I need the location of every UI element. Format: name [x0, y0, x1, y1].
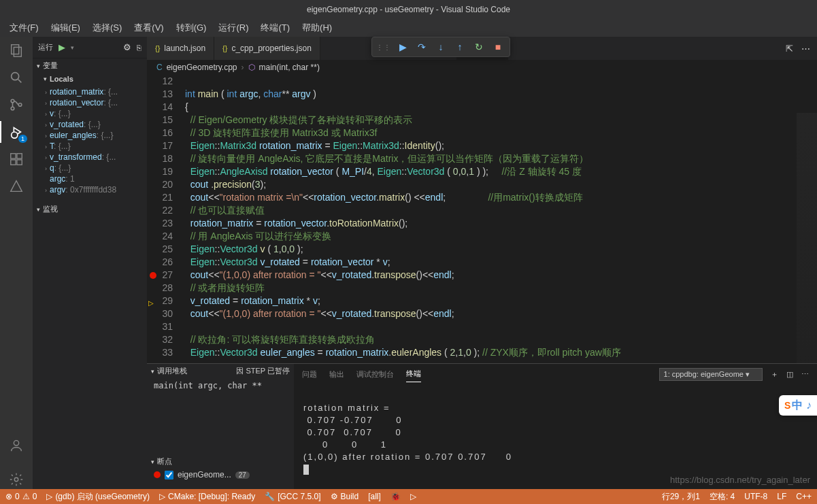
extensions-icon[interactable]	[7, 150, 26, 169]
new-terminal-icon[interactable]: ＋	[771, 369, 778, 380]
debug-toolbar[interactable]: ⋮⋮ ▶ ↷ ↓ ↑ ↻ ■	[371, 37, 510, 57]
watermark: https://blog.csdn.net/try_again_later	[670, 475, 810, 485]
status-cmake[interactable]: ▷ CMake: [Debug]: Ready	[159, 492, 255, 501]
menu-edit[interactable]: 编辑(E)	[46, 20, 86, 35]
menu-bar: 文件(F) 编辑(E) 选择(S) 查看(V) 转到(G) 运行(R) 终端(T…	[0, 19, 817, 37]
config-dropdown-icon[interactable]: ▾	[71, 44, 74, 51]
terminal-selector[interactable]: 1: cppdbg: eigenGeome ▾	[659, 368, 763, 381]
minimap[interactable]	[797, 113, 817, 363]
tab-cpp-properties[interactable]: {}c_cpp_properties.json	[214, 37, 320, 60]
drag-handle-icon[interactable]: ⋮⋮	[376, 44, 391, 51]
step-out-button[interactable]: ↑	[452, 39, 467, 54]
search-icon[interactable]	[7, 68, 26, 87]
cmake-icon[interactable]	[7, 177, 26, 196]
var-row[interactable]: ›rotation_vector: {...	[45, 97, 147, 108]
panel-tabs: 问题 输出 调试控制台 终端 1: cppdbg: eigenGeome ▾ ＋…	[294, 364, 817, 384]
title-bar: eigenGeometry.cpp - useGeometry - Visual…	[0, 0, 817, 19]
svg-point-8	[12, 132, 18, 138]
more-panel-icon[interactable]: ⋯	[801, 370, 809, 379]
locals-section[interactable]: ▾Locals	[33, 73, 147, 85]
var-row[interactable]: ›v_transformed: {...	[45, 152, 147, 163]
step-over-button[interactable]: ↷	[414, 39, 429, 54]
editor-area: {}launch.json {}c_cpp_properties.json ⋮⋮…	[147, 37, 817, 489]
continue-button[interactable]: ▶	[395, 39, 410, 54]
status-lang[interactable]: C++	[796, 491, 812, 503]
status-bar: ⊗ 0 ⚠ 0 ▷ (gdb) 启动 (useGeometry) ▷ CMake…	[0, 489, 817, 504]
watch-section[interactable]: ▾监视	[33, 202, 147, 216]
status-spaces[interactable]: 空格: 4	[710, 491, 735, 503]
status-errors[interactable]: ⊗ 0 ⚠ 0	[5, 492, 37, 501]
start-debug-button[interactable]: ▶	[59, 42, 65, 52]
var-row[interactable]: ›rotation_matrix: {...	[45, 86, 147, 97]
menu-file[interactable]: 文件(F)	[4, 20, 44, 35]
menu-help[interactable]: 帮助(H)	[297, 20, 337, 35]
bottom-panel: ▾调用堆栈因 STEP 已暂停 main(int argc, char ** ▾…	[147, 363, 817, 489]
var-row[interactable]: ›argv: 0x7fffffffdd38	[45, 184, 147, 195]
menu-select[interactable]: 选择(S)	[87, 20, 127, 35]
gear-icon[interactable]: ⚙	[123, 42, 131, 52]
tab-launch-json[interactable]: {}launch.json	[147, 37, 214, 60]
account-icon[interactable]	[7, 436, 26, 455]
run-label: 运行	[38, 42, 53, 52]
status-eol[interactable]: LF	[777, 491, 786, 503]
restart-button[interactable]: ↻	[471, 39, 486, 54]
tab-output[interactable]: 输出	[329, 367, 344, 382]
terminal-output[interactable]: rotation matrix = 0.707 -0.707 0 0.707 0…	[294, 384, 817, 489]
menu-goto[interactable]: 转到(G)	[171, 20, 212, 35]
split-terminal-icon[interactable]: ◫	[786, 370, 793, 379]
breakpoint-row[interactable]: eigenGeome... 27	[147, 469, 294, 481]
source-control-icon[interactable]	[7, 95, 26, 114]
svg-marker-13	[11, 181, 22, 192]
callstack-section[interactable]: ▾调用堆栈因 STEP 已暂停	[147, 364, 294, 378]
var-row[interactable]: ›argc: 1	[45, 173, 147, 184]
breakpoint-marker[interactable]	[150, 272, 156, 279]
var-row[interactable]: ›v: {...}	[45, 108, 147, 119]
debug-console-icon[interactable]: ⎘	[137, 44, 141, 52]
svg-point-4	[11, 99, 14, 103]
menu-terminal[interactable]: 终端(T)	[255, 20, 295, 35]
status-run-icon[interactable]: ▷	[410, 492, 416, 501]
svg-line-3	[18, 80, 22, 83]
export-icon[interactable]: ⇱	[786, 44, 793, 54]
status-target[interactable]: [all]	[368, 492, 381, 501]
sogou-ime-badge[interactable]: S中 ♪	[779, 395, 817, 416]
settings-icon[interactable]	[7, 470, 26, 489]
stop-button[interactable]: ■	[490, 39, 505, 54]
status-build[interactable]: ⚙ Build	[331, 492, 359, 501]
menu-view[interactable]: 查看(V)	[129, 20, 169, 35]
debug-icon[interactable]: 1	[7, 122, 26, 141]
gutter[interactable]: ▷ 12131415161718192021222324252627282930…	[147, 75, 185, 363]
menu-run[interactable]: 运行(R)	[213, 20, 254, 35]
var-row[interactable]: ›v_rotated: {...}	[45, 119, 147, 130]
var-row[interactable]: ›T: {...}	[45, 141, 147, 152]
breakpoints-section[interactable]: ▾断点	[147, 454, 294, 469]
breakpoint-checkbox[interactable]	[165, 471, 173, 480]
tab-problems[interactable]: 问题	[302, 367, 317, 382]
var-row[interactable]: ›q: {...}	[45, 163, 147, 173]
tab-terminal[interactable]: 终端	[406, 366, 421, 382]
status-position[interactable]: 行29，列1	[662, 491, 700, 503]
current-line-icon: ▷	[148, 297, 154, 309]
step-into-button[interactable]: ↓	[433, 39, 448, 54]
var-row[interactable]: ›euler_angles: {...}	[45, 130, 147, 141]
svg-point-2	[12, 73, 19, 80]
variables-section[interactable]: ▾变量	[33, 58, 147, 73]
more-icon[interactable]: ⋯	[801, 44, 810, 54]
breakpoint-dot-icon	[154, 471, 161, 478]
callstack-frame[interactable]: main(int argc, char **	[147, 378, 294, 393]
status-encoding[interactable]: UTF-8	[744, 491, 767, 503]
svg-point-15	[14, 477, 18, 482]
svg-point-6	[18, 103, 22, 107]
code-editor[interactable]: ▷ 12131415161718192021222324252627282930…	[147, 75, 817, 363]
explorer-icon[interactable]	[7, 41, 26, 60]
status-gcc[interactable]: 🔧 [GCC 7.5.0]	[265, 492, 320, 501]
status-debug-icon[interactable]: 🐞	[390, 492, 401, 501]
tab-debug-console[interactable]: 调试控制台	[356, 367, 394, 382]
debug-sidebar: 运行 ▶ ▾ ⚙ ⎘ ▾变量 ▾Locals ›rotation_matrix:…	[33, 37, 147, 489]
svg-point-5	[11, 107, 14, 110]
svg-rect-0	[12, 45, 19, 54]
svg-rect-12	[17, 160, 22, 165]
svg-point-14	[14, 441, 18, 446]
status-launch[interactable]: ▷ (gdb) 启动 (useGeometry)	[46, 491, 150, 503]
breadcrumb[interactable]: CeigenGeometry.cpp › ⬡main(int, char **)	[147, 60, 817, 75]
